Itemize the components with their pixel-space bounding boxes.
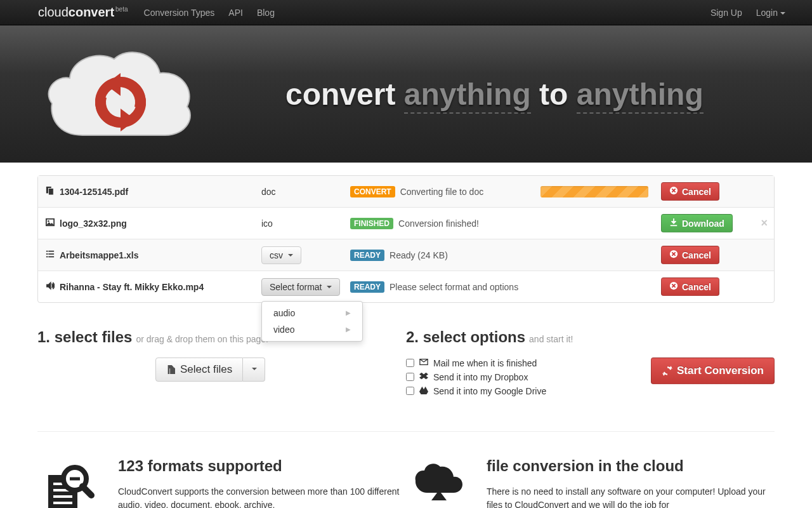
format-text: ico — [261, 218, 273, 229]
feature-cloud-body: There is no need to install any software… — [487, 485, 772, 508]
format-select-label: Select format — [270, 282, 322, 292]
divider — [37, 431, 775, 432]
status-badge: FINISHED — [350, 218, 393, 229]
menu-item-audio[interactable]: audio▶ — [262, 305, 362, 321]
select-files-button[interactable]: Select files — [155, 358, 243, 382]
option-row: Send it into my Dropbox — [406, 371, 651, 382]
status-text: Converting file to doc — [400, 187, 484, 197]
nav-login[interactable]: Login — [756, 8, 785, 18]
chevron-down-icon — [327, 286, 332, 288]
action-icon — [669, 281, 678, 292]
option-checkbox[interactable] — [406, 387, 414, 395]
svg-line-20 — [82, 486, 91, 495]
files-icon — [166, 365, 175, 374]
action-icon — [669, 218, 678, 229]
beta-badge: beta — [115, 6, 128, 13]
close-icon[interactable]: × — [761, 217, 768, 230]
status-badge: READY — [350, 250, 384, 261]
cancel-button[interactable]: Cancel — [661, 277, 719, 296]
file-type-icon — [46, 186, 55, 197]
option-checkbox[interactable] — [406, 373, 414, 381]
action-label: Cancel — [682, 187, 711, 197]
chevron-right-icon: ▶ — [346, 309, 351, 316]
step1-hint: or drag & drop them on this page! — [136, 334, 268, 344]
format-text: doc — [261, 187, 276, 197]
status-text: Please select format and options — [390, 282, 518, 292]
option-checkbox[interactable] — [406, 359, 414, 367]
step2-hint: and start it! — [529, 334, 573, 344]
download-button[interactable]: Download — [661, 214, 733, 232]
svg-point-4 — [48, 220, 49, 222]
action-label: Cancel — [682, 282, 711, 292]
table-row: 1304-125145.pdfdocCONVERTConverting file… — [38, 176, 774, 208]
file-table: 1304-125145.pdfdocCONVERTConverting file… — [37, 175, 775, 303]
select-files-group: Select files — [155, 358, 265, 382]
option-row: Send it into my Google Drive — [406, 385, 651, 396]
file-name: Rihanna - Stay ft. Mikky Ekko.mp4 — [60, 282, 204, 292]
chevron-down-icon — [780, 12, 785, 15]
progress-bar — [540, 186, 648, 197]
option-label: Send it into my Google Drive — [433, 386, 546, 396]
hero-w3: to — [539, 77, 568, 111]
cancel-button[interactable]: Cancel — [661, 182, 719, 201]
step2-title: 2. select options — [406, 328, 525, 345]
select-files-dropdown[interactable] — [243, 358, 265, 382]
status-text: Ready (24 KB) — [390, 250, 448, 260]
file-name: 1304-125145.pdf — [60, 187, 128, 197]
chevron-down-icon — [252, 368, 257, 370]
status-badge: READY — [350, 281, 384, 293]
hero-w4: anything — [577, 77, 704, 114]
hero-headline: convert anything to anything — [285, 77, 704, 112]
options-list: Mail me when it is finishedSend it into … — [406, 358, 651, 399]
svg-rect-8 — [48, 253, 54, 255]
chevron-right-icon: ▶ — [346, 326, 351, 333]
format-select-button[interactable]: Select format — [261, 278, 340, 296]
file-name: Arbeitsmappe1.xls — [60, 250, 139, 260]
file-type-icon — [46, 250, 55, 260]
brand-part-b: convert — [69, 5, 114, 19]
format-select-button[interactable]: csv — [261, 246, 301, 264]
hero: convert anything to anything — [0, 25, 812, 163]
svg-rect-7 — [46, 253, 48, 255]
feature-formats-title: 123 formats supported — [118, 457, 403, 475]
status-text: Conversion finished! — [398, 218, 479, 229]
action-label: Cancel — [682, 250, 711, 260]
nav-api[interactable]: API — [228, 8, 243, 18]
nav-conversion-types[interactable]: Conversion Types — [144, 8, 215, 18]
action-icon — [669, 250, 678, 260]
table-row: Arbeitsmappe1.xlscsvREADYReady (24 KB)Ca… — [38, 239, 774, 271]
svg-rect-10 — [48, 257, 54, 258]
feature-formats-body: CloudConvert supports the conversion bet… — [118, 485, 403, 508]
hero-w1: convert — [285, 77, 395, 111]
svg-rect-9 — [46, 257, 48, 258]
feature-formats: 123 formats supported CloudConvert suppo… — [37, 457, 406, 508]
refresh-icon — [662, 365, 673, 377]
cloud-upload-icon — [409, 457, 469, 508]
nav-login-label: Login — [756, 8, 778, 18]
option-label: Mail me when it is finished — [433, 358, 537, 368]
logo-cloud — [44, 40, 197, 148]
file-type-icon — [46, 218, 55, 229]
status-badge: CONVERT — [350, 186, 395, 197]
mail-icon — [419, 358, 428, 368]
svg-rect-5 — [46, 251, 48, 252]
step1-title: 1. select files — [37, 328, 132, 345]
nav-signup[interactable]: Sign Up — [710, 8, 742, 18]
option-row: Mail me when it is finished — [406, 358, 651, 368]
cancel-button[interactable]: Cancel — [661, 246, 719, 264]
file-type-icon — [46, 281, 55, 292]
chevron-down-icon — [288, 254, 293, 257]
table-row: Rihanna - Stay ft. Mikky Ekko.mp4Select … — [38, 271, 774, 302]
file-name: logo_32x32.png — [60, 218, 127, 229]
brand-part-a: cloud — [38, 5, 69, 19]
nav-blog[interactable]: Blog — [257, 8, 275, 18]
menu-item-video[interactable]: video▶ — [262, 321, 362, 338]
format-menu: audio▶video▶ — [261, 301, 363, 342]
action-icon — [669, 186, 678, 197]
hero-w2: anything — [404, 77, 531, 114]
select-files-label: Select files — [180, 363, 232, 376]
start-conversion-button[interactable]: Start Conversion — [651, 358, 775, 384]
brand[interactable]: cloudconvertbeta — [38, 5, 128, 20]
svg-rect-1 — [48, 189, 53, 196]
action-label: Download — [682, 218, 724, 229]
